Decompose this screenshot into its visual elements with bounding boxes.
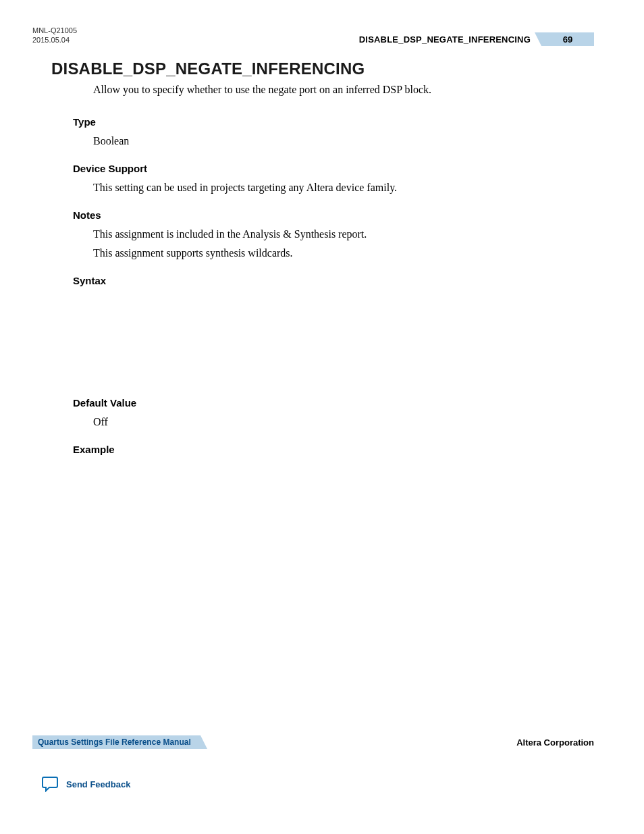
notes-line-1: This assignment is included in the Analy… — [93, 225, 593, 244]
section-body-device-support: This setting can be used in projects tar… — [93, 178, 593, 197]
notes-line-2: This assignment supports synthesis wildc… — [93, 244, 593, 263]
section-head-type: Type — [73, 116, 593, 128]
footer-company: Altera Corporation — [516, 737, 594, 748]
syntax-spacer — [51, 290, 593, 385]
section-body-notes: This assignment is included in the Analy… — [93, 225, 593, 263]
intro-text: Allow you to specify whether to use the … — [93, 82, 593, 97]
footer-manual-badge: Quartus Settings File Reference Manual — [32, 735, 200, 749]
footer-manual: Quartus Settings File Reference Manual — [38, 737, 191, 747]
header-title: DISABLE_DSP_NEGATE_INFERENCING — [359, 34, 531, 45]
section-body-type: Boolean — [93, 132, 593, 151]
section-head-default-value: Default Value — [73, 397, 593, 409]
feedback-label: Send Feedback — [66, 779, 130, 789]
section-head-device-support: Device Support — [73, 163, 593, 174]
section-body-default-value: Off — [93, 413, 593, 432]
section-head-syntax: Syntax — [73, 275, 593, 286]
send-feedback-link[interactable]: Send Feedback — [42, 776, 130, 792]
page-number-badge: 69 — [541, 32, 594, 46]
section-head-notes: Notes — [73, 209, 593, 221]
speech-bubble-icon — [42, 776, 59, 792]
section-head-example: Example — [73, 444, 593, 455]
page-number: 69 — [563, 34, 572, 45]
page-title: DISABLE_DSP_NEGATE_INFERENCING — [51, 59, 593, 78]
